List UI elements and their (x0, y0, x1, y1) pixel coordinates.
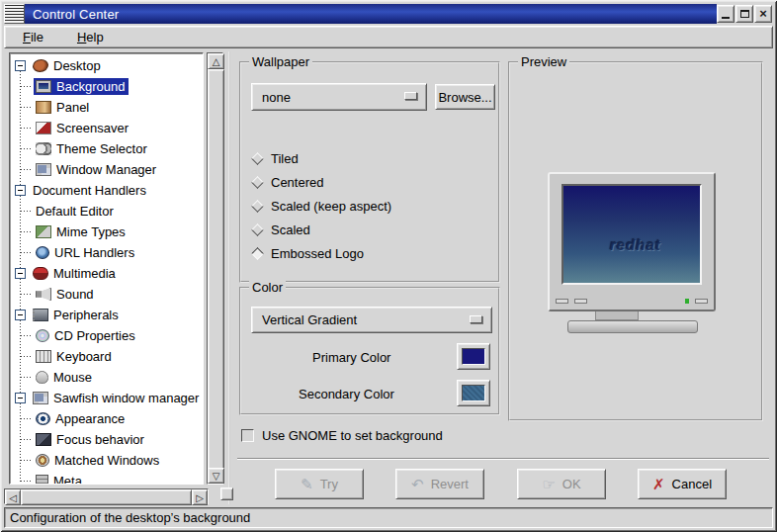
radio-selected-icon[interactable] (251, 247, 264, 260)
tree-collapse-icon[interactable] (15, 60, 26, 71)
tree-item-theme-selector[interactable]: Theme Selector (10, 138, 203, 159)
statusbar: Configuration of the desktop’s backgroun… (4, 507, 773, 528)
tree-item-cd-properties[interactable]: CD Properties (10, 325, 203, 346)
tree-branch-line (21, 169, 32, 170)
maximize-button[interactable] (735, 5, 753, 23)
wallpaper-dropdown[interactable]: none (251, 83, 427, 111)
wallpaper-frame: Wallpaper none Browse... TiledCenteredSc… (239, 61, 500, 283)
tree-item-content: Background (34, 78, 129, 95)
tree-item-label: CD Properties (54, 328, 135, 343)
tree-item-screensaver[interactable]: Screensaver (10, 118, 203, 138)
tree-item-label: Mime Types (56, 224, 126, 239)
try-button[interactable]: ✎Try (275, 469, 364, 499)
tree-branch-line (21, 377, 32, 378)
tree-item-focus-behavior[interactable]: Focus behavior (10, 429, 203, 450)
radio-label: Scaled (keep aspect) (271, 199, 391, 214)
tree-item-default-editor[interactable]: Default Editor (10, 201, 203, 222)
pane-resize-grip[interactable] (220, 488, 233, 500)
tree-branch-line (21, 86, 32, 87)
tree-item-keyboard[interactable]: Keyboard (10, 346, 203, 367)
minimize-button[interactable] (717, 5, 734, 23)
tree-item-content: Desktop (31, 57, 105, 74)
maximize-icon (740, 10, 749, 18)
secondary-color-button[interactable] (457, 380, 490, 406)
tree-item-appearance[interactable]: Appearance (10, 408, 203, 429)
url-handlers-icon (36, 246, 49, 259)
window-menu-icon[interactable] (4, 4, 25, 24)
vertical-scroll-thumb[interactable] (208, 69, 224, 470)
tree-item-url-handlers[interactable]: URL Handlers (10, 242, 203, 263)
scroll-down-icon[interactable]: ▽ (208, 468, 224, 484)
titlebar-drag-area[interactable]: Control Center (25, 4, 717, 24)
cancel-button[interactable]: ✗Cancel (638, 469, 727, 499)
radio-label: Centered (271, 175, 323, 190)
capplet-tree: DesktopBackgroundPanelScreensaverTheme S… (9, 52, 204, 485)
scroll-up-icon[interactable]: △ (208, 53, 224, 69)
preview-legend: Preview (518, 54, 569, 69)
tree-item-meta[interactable]: Meta (10, 471, 203, 485)
tree-item-sound[interactable]: Sound (10, 284, 203, 305)
button-label: Cancel (672, 477, 712, 491)
scroll-right-icon[interactable]: ▷ (192, 489, 208, 505)
embossed-logo-text: redhat (610, 236, 661, 253)
background-icon (36, 80, 51, 93)
ok-button[interactable]: ☞OK (517, 469, 606, 499)
scroll-left-icon[interactable]: ◁ (5, 489, 21, 505)
tree-item-mouse[interactable]: Mouse (10, 367, 203, 388)
tree-collapse-icon[interactable] (15, 310, 26, 320)
tree-collapse-icon[interactable] (15, 185, 26, 196)
tree-item-sawfish-window-manager[interactable]: Sawfish window manager (10, 388, 203, 408)
tree-branch-line (21, 252, 32, 253)
dropdown-indicator-icon (470, 315, 482, 323)
panel-icon (36, 101, 51, 114)
tree-item-label: Keyboard (56, 349, 112, 364)
wallpaper-dropdown-value: none (262, 90, 291, 105)
tree-item-matched-windows[interactable]: Matched Windows (10, 450, 203, 471)
radio-embossed-logo[interactable]: Embossed Logo (251, 241, 391, 265)
tree-collapse-icon[interactable] (15, 393, 26, 403)
use-gnome-checkbox[interactable] (241, 429, 254, 442)
revert-button[interactable]: ↶Revert (395, 469, 484, 499)
tree-collapse-icon[interactable] (15, 268, 26, 279)
tree-item-window-manager[interactable]: Window Manager (10, 159, 203, 180)
tree-item-panel[interactable]: Panel (10, 97, 203, 118)
menu-item-help[interactable]: Help (73, 28, 108, 46)
browse-button[interactable]: Browse... (435, 84, 495, 110)
tree-item-label: Peripherals (53, 308, 119, 322)
close-icon: × (759, 9, 767, 19)
tree-item-label: Window Manager (56, 162, 156, 177)
tree-item-label: Document Handlers (33, 183, 146, 198)
radio-scaled-keep-aspect-[interactable]: Scaled (keep aspect) (251, 194, 391, 218)
horizontal-scroll-thumb[interactable] (21, 489, 192, 505)
window-manager-icon (36, 163, 51, 176)
tree-vertical-scrollbar[interactable]: △ ▽ (207, 52, 223, 485)
tree-item-peripherals[interactable]: Peripherals (10, 305, 203, 325)
menu-item-file[interactable]: File (19, 28, 47, 46)
gradient-type-dropdown[interactable]: Vertical Gradient (251, 307, 492, 333)
close-button[interactable]: × (754, 5, 772, 23)
monitor-stand (595, 311, 639, 320)
tree-item-document-handlers[interactable]: Document Handlers (10, 180, 203, 201)
keyboard-icon (36, 350, 51, 363)
primary-color-button[interactable] (457, 343, 490, 370)
tree-item-mime-types[interactable]: Mime Types (10, 222, 203, 242)
tree-branch-line (21, 460, 32, 461)
tree-branch-line (21, 231, 32, 232)
tree-item-desktop[interactable]: Desktop (10, 55, 203, 76)
tree-item-content: URL Handlers (34, 244, 138, 261)
radio-unselected-icon[interactable] (251, 200, 264, 213)
radio-scaled[interactable]: Scaled (251, 218, 391, 241)
tree-branch-line (21, 481, 32, 482)
use-gnome-checkbox-label: Use GNOME to set background (262, 428, 443, 443)
radio-centered[interactable]: Centered (251, 170, 391, 194)
tree-horizontal-scrollbar[interactable]: ◁ ▷ (4, 488, 209, 504)
tree-item-multimedia[interactable]: Multimedia (10, 263, 203, 284)
tree-item-background[interactable]: Background (10, 76, 203, 97)
radio-unselected-icon[interactable] (251, 152, 264, 165)
tree-item-label: URL Handlers (54, 245, 134, 260)
radio-unselected-icon[interactable] (251, 176, 264, 189)
minimize-icon (722, 17, 730, 19)
radio-tiled[interactable]: Tiled (251, 146, 391, 170)
screensaver-icon (36, 122, 51, 134)
radio-unselected-icon[interactable] (251, 223, 264, 236)
